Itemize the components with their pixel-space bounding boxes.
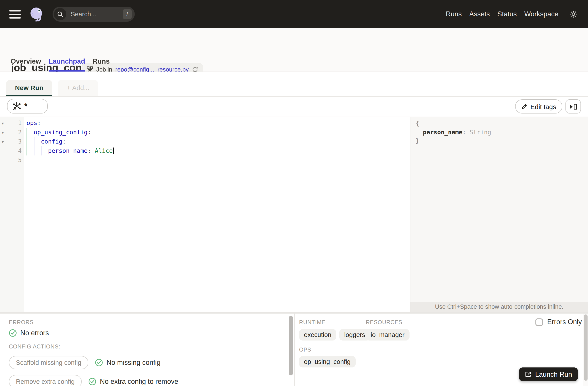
errors-heading: ERRORS <box>9 319 34 325</box>
tag-execution[interactable]: execution <box>299 329 336 341</box>
edit-tags-label: Edit tags <box>530 103 556 110</box>
line-number: ▼3 <box>0 137 24 146</box>
nav-link-workspace[interactable]: Workspace <box>525 10 559 18</box>
code-line[interactable] <box>26 155 410 165</box>
ops-heading: OPS <box>299 347 311 353</box>
code-line[interactable]: ops: <box>26 118 410 128</box>
op-selector-value: * <box>24 102 27 111</box>
scaffold-missing-config-button[interactable]: Scaffold missing config <box>9 356 88 369</box>
op-selector-icon <box>12 102 21 111</box>
global-search[interactable]: / <box>53 7 135 22</box>
indent-guide <box>26 128 27 155</box>
horizontal-splitter[interactable] <box>0 312 588 314</box>
launch-run-label: Launch Run <box>535 370 572 378</box>
errors-only-toggle[interactable]: Errors Only <box>535 318 582 326</box>
launch-run-button[interactable]: Launch Run <box>519 367 578 381</box>
runtime-heading: RUNTIME <box>299 319 326 325</box>
page-scrollbar[interactable] <box>583 314 588 386</box>
ops-tags: op_using_config <box>299 356 356 367</box>
config-action-status: No extra config to remove <box>88 378 178 386</box>
autocomplete-hint: Use Ctrl+Space to show auto-completions … <box>410 302 588 312</box>
code-line[interactable]: op_using_config: <box>26 128 410 137</box>
line-number: 4 <box>0 146 24 155</box>
tab-runs[interactable]: Runs <box>93 57 110 72</box>
no-errors-label: No errors <box>20 329 49 337</box>
scrollbar-thumb[interactable] <box>584 314 588 381</box>
tab-launchpad[interactable]: Launchpad <box>49 57 85 72</box>
fold-arrow-icon[interactable]: ▼ <box>2 137 4 147</box>
resources-tags: io_manager <box>366 329 409 341</box>
tag-op_using_config[interactable]: op_using_config <box>299 356 356 367</box>
config-actions-heading: CONFIG ACTIONS: <box>9 344 60 350</box>
launchpad-config-strip: New Run + Add... <box>0 72 588 97</box>
repo-link[interactable]: repo@config..._resource.py <box>115 66 189 73</box>
settings-gear-icon[interactable] <box>569 10 578 19</box>
editor-gutter: ▼1▼2▼345 <box>0 117 24 312</box>
dagster-launchpad-page: / RunsAssetsStatusWorkspace job_using_co… <box>0 0 588 386</box>
line-number: ▼1 <box>0 118 24 128</box>
toggle-right-panel-button[interactable] <box>566 99 581 114</box>
fold-arrow-icon[interactable]: ▼ <box>2 119 4 128</box>
fold-arrow-icon[interactable]: ▼ <box>2 128 4 137</box>
status-label: No missing config <box>106 359 161 366</box>
hamburger-menu-icon[interactable] <box>9 10 21 18</box>
editor-code[interactable]: ops: op_using_config: config: person_nam… <box>24 117 410 312</box>
errors-only-checkbox[interactable] <box>535 318 543 326</box>
scrollbar-thumb[interactable] <box>289 316 293 375</box>
check-circle-icon <box>95 359 103 366</box>
code-line[interactable]: person_name: Alice <box>26 146 410 155</box>
remove-extra-config-button[interactable]: Remove extra config <box>9 375 82 386</box>
resources-heading: RESOURCES <box>366 319 402 325</box>
line-number: ▼2 <box>0 128 24 137</box>
reload-icon[interactable] <box>192 66 198 73</box>
launchpad-toolbar: * Edit tags <box>0 97 588 117</box>
errors-only-label: Errors Only <box>547 318 582 326</box>
config-action-status: No missing config <box>95 359 161 366</box>
config-action-row: Remove extra configNo extra config to re… <box>9 375 178 386</box>
config-tab-add[interactable]: + Add... <box>58 80 98 96</box>
schema-type-signature: { person_name: String} <box>410 117 588 145</box>
check-circle-icon <box>9 329 17 337</box>
pencil-icon <box>521 103 527 110</box>
nav-link-status[interactable]: Status <box>497 10 517 18</box>
errors-panel-scrollbar[interactable] <box>288 314 294 386</box>
nav-link-assets[interactable]: Assets <box>469 10 490 18</box>
errors-panel: ERRORS No errors CONFIG ACTIONS: Scaffol… <box>0 314 288 386</box>
bottom-section: ERRORS No errors CONFIG ACTIONS: Scaffol… <box>0 314 588 386</box>
search-icon <box>54 8 66 20</box>
check-circle-icon <box>88 378 96 386</box>
indent-guide <box>34 137 34 155</box>
code-line[interactable]: config: <box>26 137 410 146</box>
op-selector-input[interactable]: * <box>7 99 48 114</box>
tag-loggers[interactable]: loggers <box>339 329 370 341</box>
config-action-row: Scaffold missing configNo missing config <box>9 356 161 369</box>
launchpad-main: ▼1▼2▼345 ops: op_using_config: config: p… <box>0 117 588 312</box>
edit-tags-button[interactable]: Edit tags <box>515 99 562 114</box>
status-label: No extra config to remove <box>100 378 178 386</box>
text-cursor <box>113 147 114 154</box>
runtime-tags: executionloggers <box>299 329 370 341</box>
search-shortcut-key: / <box>123 9 132 19</box>
config-tab-new-run[interactable]: New Run <box>6 80 52 96</box>
dagster-logo-icon[interactable] <box>28 6 45 22</box>
tag-io_manager[interactable]: io_manager <box>366 329 409 341</box>
run-structure-panel: RUNTIME executionloggers RESOURCES io_ma… <box>295 314 588 386</box>
top-nav: / RunsAssetsStatusWorkspace <box>0 0 588 28</box>
job-tabs: OverviewLaunchpadRuns <box>11 57 110 72</box>
nav-links: RunsAssetsStatusWorkspace <box>446 10 578 19</box>
page-header: job_using_config Job in repo@config..._r… <box>0 28 588 72</box>
launch-icon <box>525 371 532 378</box>
nav-link-runs[interactable]: Runs <box>446 10 462 18</box>
panel-toggle-icon <box>569 103 577 110</box>
indent-guide <box>41 146 42 155</box>
search-input[interactable] <box>70 10 123 18</box>
line-number: 5 <box>0 155 24 165</box>
tab-overview[interactable]: Overview <box>11 57 41 72</box>
no-errors-status: No errors <box>9 329 49 337</box>
config-schema-panel: { person_name: String} Use Ctrl+Space to… <box>410 117 588 312</box>
config-editor[interactable]: ▼1▼2▼345 ops: op_using_config: config: p… <box>0 117 410 312</box>
